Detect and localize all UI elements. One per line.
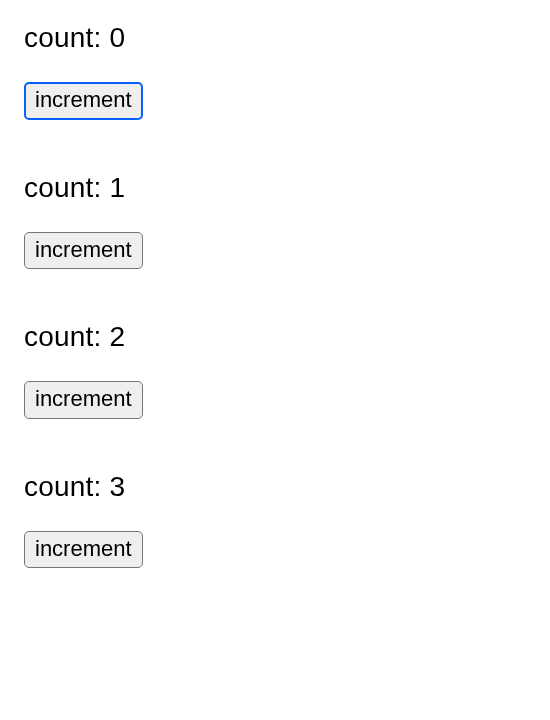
count-value: 0	[109, 22, 125, 53]
count-label: count: 2	[24, 321, 526, 353]
count-prefix: count:	[24, 321, 109, 352]
count-label: count: 3	[24, 471, 526, 503]
count-value: 3	[109, 471, 125, 502]
count-value: 2	[109, 321, 125, 352]
count-label: count: 0	[24, 22, 526, 54]
increment-button[interactable]: increment	[24, 232, 143, 270]
counter-group: count: 0 increment	[24, 22, 526, 154]
count-value: 1	[109, 172, 125, 203]
increment-button[interactable]: increment	[24, 381, 143, 419]
count-prefix: count:	[24, 471, 109, 502]
count-prefix: count:	[24, 172, 109, 203]
count-label: count: 1	[24, 172, 526, 204]
counter-group: count: 3 increment	[24, 471, 526, 603]
count-prefix: count:	[24, 22, 109, 53]
increment-button[interactable]: increment	[24, 531, 143, 569]
increment-button[interactable]: increment	[24, 82, 143, 120]
counter-group: count: 1 increment	[24, 172, 526, 304]
counter-group: count: 2 increment	[24, 321, 526, 453]
